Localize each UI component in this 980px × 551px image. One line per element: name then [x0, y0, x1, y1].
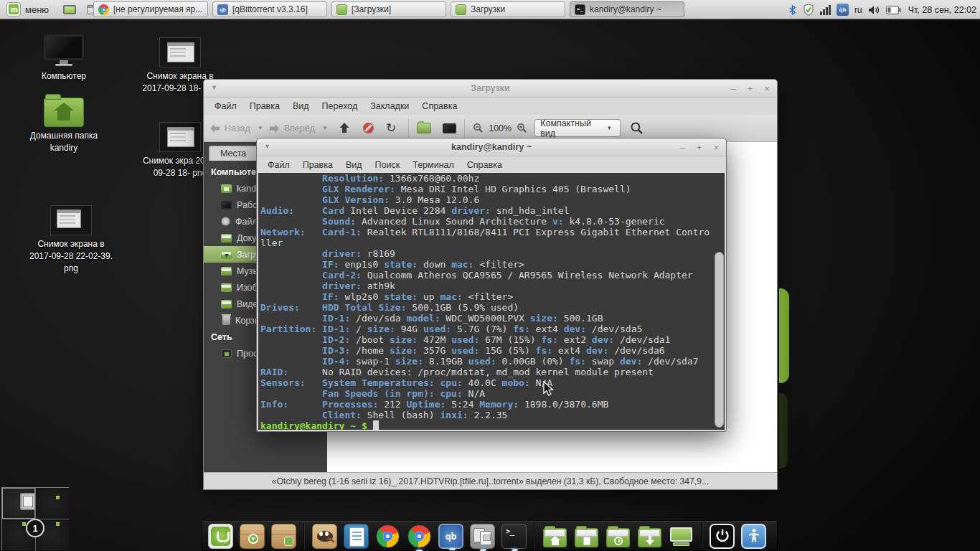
zoom-in-icon[interactable]: [517, 123, 527, 133]
folder-documents-dock-icon[interactable]: [574, 524, 599, 549]
qbittorrent-dock-icon[interactable]: qb: [438, 524, 463, 549]
fm-minimize-button[interactable]: –: [731, 83, 736, 94]
terminal-line: Drives: HDD Total Size: 500.1GB (5.9% us…: [260, 302, 725, 313]
folder-home-dock-icon[interactable]: [542, 524, 567, 549]
folder-downloads-dock-icon[interactable]: [637, 524, 662, 549]
terminal-menu-Файл[interactable]: Файл: [261, 159, 296, 171]
zoom-out-icon[interactable]: [473, 123, 484, 133]
workspace-switcher[interactable]: 1: [1, 487, 69, 550]
power-dock-icon[interactable]: [710, 524, 735, 549]
taskbar-button-label: kandiry@kandiry ~: [590, 4, 661, 14]
forward-button[interactable]: Вперёд: [284, 123, 315, 133]
terminal-menu-Вид[interactable]: Вид: [339, 159, 369, 171]
terminal-maximize-button[interactable]: +: [697, 142, 702, 153]
fm-titlebar[interactable]: ▼ Загрузки – + ×: [204, 80, 777, 98]
file-manager-dock-icon[interactable]: [470, 524, 495, 549]
window-menu-icon[interactable]: ▼: [211, 84, 217, 91]
taskbar-button-2[interactable]: qb[qBittorrent v3.3.16]: [212, 1, 327, 17]
places-tab[interactable]: Места: [209, 146, 258, 161]
folder-images-icon: [221, 283, 232, 292]
fm-menu-Переход[interactable]: Переход: [316, 100, 364, 113]
back-button[interactable]: Назад: [225, 123, 250, 133]
terminal-minimize-button[interactable]: –: [680, 142, 685, 153]
terminal-line: ID-2: /boot size: 472M used: 67M (15%) f…: [260, 334, 725, 345]
terminal-icon: >_: [575, 4, 585, 15]
terminal-close-button[interactable]: ×: [713, 142, 719, 153]
screenshot-thumbnail-icon: [159, 37, 201, 67]
desktop-icon-1[interactable]: Компьютер: [34, 34, 94, 83]
mint-menu-button[interactable]: m меню: [0, 0, 55, 19]
clock[interactable]: Чт, 28 сен, 22:02: [908, 5, 976, 15]
taskbar-button-label: [qBittorrent v3.3.16]: [232, 4, 308, 14]
keyboard-layout-indicator[interactable]: ru: [854, 5, 862, 15]
bluetooth-icon[interactable]: [788, 4, 797, 16]
chrome-icon: [98, 4, 109, 15]
fm-menu-Файл[interactable]: Файл: [208, 100, 243, 113]
battery-icon[interactable]: [886, 6, 901, 14]
terminal-menu-Терминал[interactable]: Терминал: [406, 159, 461, 171]
taskbar-button-label: [не регулируемая яр...: [113, 4, 202, 14]
taskbar-button-5[interactable]: >_kandiry@kandiry ~: [570, 1, 684, 17]
back-history-dropdown-icon[interactable]: ▼: [258, 125, 263, 131]
volume-icon[interactable]: [868, 5, 880, 15]
trash-icon: [222, 316, 230, 325]
fm-menu-Вид[interactable]: Вид: [286, 100, 316, 113]
terminal-line: GLX Version: 3.0 Mesa 12.0.6: [260, 194, 725, 205]
computer-icon[interactable]: [443, 123, 456, 133]
terminal-menu-Правка[interactable]: Правка: [296, 159, 339, 171]
fm-maximize-button[interactable]: +: [748, 83, 753, 94]
terminal-titlebar[interactable]: ▼ kandiry@kandiry ~ – + ×: [257, 138, 726, 156]
terminal-line: IF: enp1s0 state: down mac: <filter>: [260, 259, 725, 270]
chrome-2-dock-icon[interactable]: [407, 524, 432, 549]
desktop-icon-5[interactable]: Снимок экрана в 2017-09-28 22-02-39. png: [26, 205, 116, 275]
computer-icon: [44, 34, 84, 67]
fm-menu-Закладки[interactable]: Закладки: [364, 100, 415, 113]
taskbar-button-1[interactable]: [не регулируемая яр...: [93, 1, 208, 17]
zoom-level: 100%: [489, 123, 512, 133]
terminal-menu-Поиск[interactable]: Поиск: [369, 159, 407, 171]
network-signal-icon[interactable]: [820, 5, 831, 15]
forward-history-dropdown-icon[interactable]: ▼: [322, 125, 328, 131]
show-desktop-dock-icon[interactable]: [669, 524, 694, 549]
taskbar-button-label: Загрузки: [471, 4, 505, 14]
terminal-screen[interactable]: Resolution: 980x551@60.00hz GLX Rendere…: [258, 173, 725, 430]
refresh-icon[interactable]: ↻: [386, 121, 396, 136]
drive-icon: [221, 217, 230, 226]
package-installer-dock-icon[interactable]: [240, 524, 265, 549]
view-mode-select[interactable]: Компактный вид ▼: [534, 119, 621, 137]
terminal-line: driver: r8169: [260, 248, 725, 259]
taskbar-button-3[interactable]: [Загрузки]: [331, 1, 446, 17]
show-desktop-button[interactable]: [62, 1, 77, 17]
update-shield-icon[interactable]: [803, 4, 814, 16]
fm-menu-Правка[interactable]: Правка: [243, 100, 286, 113]
folder-recent-dock-icon[interactable]: [606, 524, 631, 549]
software-manager-dock-icon[interactable]: [271, 524, 296, 549]
fm-close-button[interactable]: ×: [764, 83, 770, 94]
chrome-1-dock-icon[interactable]: [375, 524, 400, 549]
terminal-dock-icon[interactable]: >_: [501, 524, 527, 549]
terminal-line: ller: [260, 237, 725, 248]
search-icon[interactable]: [630, 121, 644, 135]
desktop-icon-3[interactable]: Домашняя папка kandiry: [24, 94, 104, 154]
up-icon[interactable]: [339, 123, 350, 133]
terminal-menu-Справка[interactable]: Справка: [461, 159, 509, 171]
fm-menu-Справка[interactable]: Справка: [415, 100, 463, 113]
qbittorrent-tray-icon[interactable]: qb: [837, 4, 849, 16]
window-menu-icon[interactable]: ▼: [264, 143, 270, 150]
mint-menu-dock-icon[interactable]: [208, 524, 233, 549]
back-icon[interactable]: [209, 123, 220, 133]
libreoffice-writer-dock-icon[interactable]: [344, 524, 369, 549]
home-icon[interactable]: [417, 123, 431, 133]
terminal-scrollbar[interactable]: [715, 252, 724, 428]
taskbar-button-4[interactable]: Загрузки: [451, 1, 565, 17]
stop-icon[interactable]: [362, 122, 374, 134]
desktop-screen: КомпьютерСнимок экрана в 2017-09-28 18- …: [0, 0, 980, 551]
desktop-icon-label: Снимок экрана в 2017-09-28 22-02-39. png: [26, 238, 116, 275]
workspace-2[interactable]: [36, 488, 69, 519]
accessibility-dock-icon[interactable]: [741, 524, 766, 549]
mint-logo-icon: m: [6, 2, 21, 17]
forward-icon[interactable]: [269, 123, 280, 133]
workspace-1[interactable]: [2, 488, 35, 519]
terminal-line: IF: wlp2s0 state: up mac: <filter>: [260, 291, 725, 302]
gimp-dock-icon[interactable]: [312, 524, 337, 549]
